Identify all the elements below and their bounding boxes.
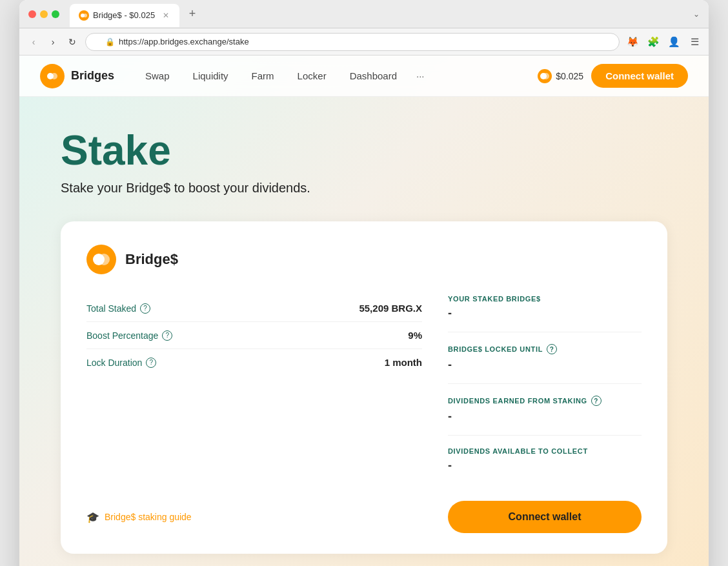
card-right: YOUR STAKED BRIDGE$ - BRIDGE$ LOCKED UNT… — [448, 295, 642, 472]
hero-section: Stake Stake your Bridge$ to boost your d… — [19, 97, 709, 211]
card-header: Bridge$ — [86, 245, 642, 274]
dividends-earned-label: DIVIDENDS EARNED FROM STAKING ? — [448, 396, 642, 406]
maximize-button[interactable] — [52, 10, 59, 18]
forward-button[interactable]: › — [46, 35, 59, 48]
locked-until-help-icon[interactable]: ? — [547, 344, 557, 354]
staking-guide-link[interactable]: 🎓 Bridge$ staking guide — [86, 511, 192, 523]
site-nav: Bridges Swap Liquidity Farm Locker Dashb… — [19, 56, 709, 97]
svg-point-1 — [83, 14, 87, 17]
stat-boost-percentage: Boost Percentage ? 9% — [86, 322, 422, 349]
svg-point-7 — [98, 254, 110, 265]
new-tab-button[interactable]: + — [185, 6, 200, 22]
nav-links: Swap Liquidity Farm Locker Dashboard ··· — [135, 65, 538, 86]
nav-liquidity[interactable]: Liquidity — [183, 65, 239, 86]
nav-dashboard[interactable]: Dashboard — [339, 65, 407, 86]
card-stats: Total Staked ? 55,209 BRG.X Boost Percen… — [86, 295, 422, 472]
tab-close-icon[interactable]: ✕ — [161, 11, 170, 20]
card-footer: 🎓 Bridge$ staking guide Connect wallet — [86, 490, 642, 533]
site-logo[interactable]: Bridges — [40, 64, 114, 88]
dividends-earned-value: - — [448, 410, 642, 423]
dividends-earned-section: DIVIDENDS EARNED FROM STAKING ? - — [448, 396, 642, 436]
card-body: Total Staked ? 55,209 BRG.X Boost Percen… — [86, 295, 642, 472]
nav-right: $0.025 Connect wallet — [538, 64, 688, 88]
address-bar: ‹ › ↻ 🔒 https://app.bridges.exchange/sta… — [19, 28, 709, 56]
tab-title: Bridge$ - $0.025 — [93, 10, 155, 20]
browser-window: Bridge$ - $0.025 ✕ + ⌄ ‹ › ↻ 🔒 https://a… — [19, 0, 709, 566]
staked-bridges-label: YOUR STAKED BRIDGE$ — [448, 295, 642, 303]
token-price-icon — [538, 69, 552, 83]
staked-bridges-section: YOUR STAKED BRIDGE$ - — [448, 295, 642, 332]
close-button[interactable] — [28, 10, 36, 18]
nav-locker[interactable]: Locker — [287, 65, 337, 86]
dividends-available-value: - — [448, 459, 642, 472]
back-button[interactable]: ‹ — [27, 35, 40, 48]
chevron-down-icon[interactable]: ⌄ — [693, 10, 700, 19]
profile-icon[interactable]: 👤 — [667, 35, 680, 48]
address-text: https://app.bridges.exchange/stake — [119, 37, 249, 46]
toolbar-icons: 🦊 🧩 👤 ☰ — [626, 35, 701, 48]
dividends-earned-help-icon[interactable]: ? — [591, 396, 602, 406]
lock-duration-help-icon[interactable]: ? — [146, 358, 156, 368]
guide-hat-icon: 🎓 — [86, 511, 99, 523]
stat-value-total-staked: 55,209 BRG.X — [359, 303, 422, 314]
title-bar: Bridge$ - $0.025 ✕ + ⌄ — [19, 0, 709, 28]
token-price: $0.025 — [556, 71, 583, 81]
stat-lock-duration: Lock Duration ? 1 month — [86, 349, 422, 376]
bookmark-icon[interactable]: 🦊 — [626, 35, 639, 48]
dividends-available-section: DIVIDENDS AVAILABLE TO COLLECT - — [448, 447, 642, 472]
extensions-icon[interactable]: 🧩 — [647, 35, 660, 48]
secure-icon: 🔒 — [105, 37, 115, 46]
logo-icon — [40, 64, 65, 88]
nav-farm[interactable]: Farm — [241, 65, 285, 86]
stat-label-total-staked: Total Staked ? — [86, 303, 150, 314]
tab-favicon-icon — [79, 10, 89, 21]
locked-until-section: BRIDGE$ LOCKED UNTIL ? - — [448, 344, 642, 384]
boost-percentage-help-icon[interactable]: ? — [162, 330, 172, 341]
reload-button[interactable]: ↻ — [66, 35, 79, 48]
locked-until-value: - — [448, 358, 642, 372]
site-name: Bridges — [71, 69, 114, 83]
stat-total-staked: Total Staked ? 55,209 BRG.X — [86, 295, 422, 322]
nav-more-icon[interactable]: ··· — [410, 65, 431, 86]
address-input[interactable]: 🔒 https://app.bridges.exchange/stake — [85, 33, 620, 51]
total-staked-help-icon[interactable]: ? — [140, 303, 150, 314]
stake-card: Bridge$ Total Staked ? 55,209 BRG.X Boos… — [61, 221, 667, 554]
card-token-name: Bridge$ — [125, 251, 178, 268]
browser-tab[interactable]: Bridge$ - $0.025 ✕ — [70, 4, 179, 27]
hero-subtitle: Stake your Bridge$ to boost your dividen… — [61, 181, 667, 196]
stat-label-boost: Boost Percentage ? — [86, 330, 172, 341]
stat-label-lock-duration: Lock Duration ? — [86, 358, 156, 368]
connect-wallet-card-button[interactable]: Connect wallet — [448, 501, 642, 533]
page-content: Bridges Swap Liquidity Farm Locker Dashb… — [19, 56, 709, 566]
connect-wallet-nav-button[interactable]: Connect wallet — [591, 64, 688, 88]
card-logo-icon — [86, 245, 116, 274]
minimize-button[interactable] — [40, 10, 48, 18]
traffic-lights — [28, 10, 59, 18]
dividends-available-label: DIVIDENDS AVAILABLE TO COLLECT — [448, 447, 642, 455]
locked-until-label: BRIDGE$ LOCKED UNTIL ? — [448, 344, 642, 354]
menu-icon[interactable]: ☰ — [688, 35, 701, 48]
staked-bridges-value: - — [448, 307, 642, 320]
stat-value-lock-duration: 1 month — [385, 357, 422, 368]
stat-value-boost: 9% — [408, 330, 422, 341]
price-badge: $0.025 — [538, 69, 583, 83]
page-title: Stake — [61, 128, 667, 173]
svg-point-5 — [543, 73, 549, 79]
nav-swap[interactable]: Swap — [135, 65, 180, 86]
svg-point-3 — [51, 73, 57, 79]
